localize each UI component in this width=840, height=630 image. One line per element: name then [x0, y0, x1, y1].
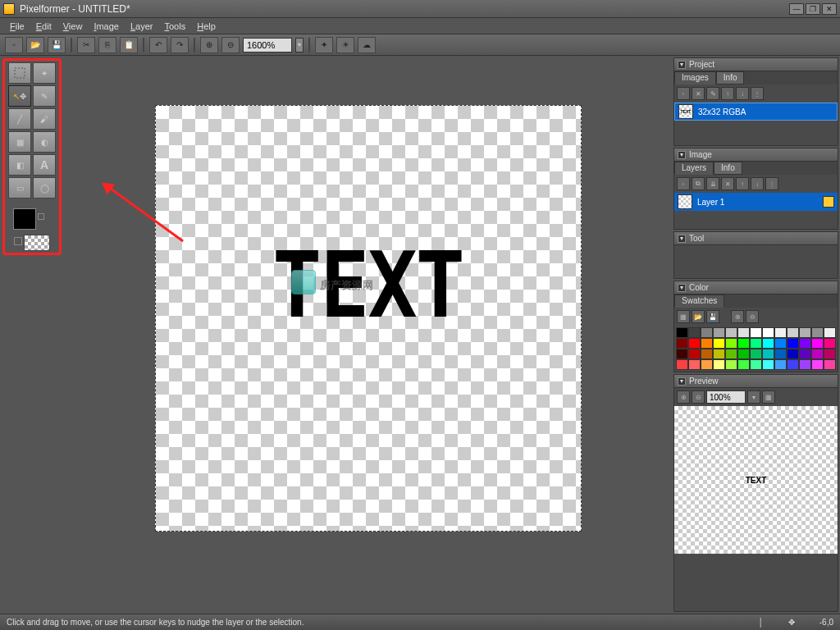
- color-swatch[interactable]: [762, 359, 774, 370]
- color-swatch[interactable]: [737, 338, 750, 349]
- eyedropper-tool[interactable]: ✎: [33, 85, 56, 107]
- layer-up-button[interactable]: ↑: [736, 177, 749, 190]
- color-swatch[interactable]: [811, 338, 824, 349]
- color-swatch[interactable]: [824, 359, 836, 370]
- effect-sparkle-button[interactable]: ✦: [315, 37, 333, 53]
- color-swatch[interactable]: [750, 327, 762, 338]
- color-swatch[interactable]: [676, 327, 688, 338]
- color-swatch[interactable]: [787, 359, 799, 370]
- brush-tool[interactable]: 🖌: [33, 108, 56, 130]
- menu-view[interactable]: View: [58, 20, 88, 33]
- color-swatch[interactable]: [750, 338, 762, 349]
- pencil-tool[interactable]: ╱: [8, 108, 31, 130]
- color-swatch[interactable]: [725, 338, 737, 349]
- project-dup-button[interactable]: ✎: [706, 87, 719, 100]
- swatch-add-button[interactable]: ⊕: [731, 310, 744, 323]
- color-swatch[interactable]: [688, 338, 701, 349]
- layer-dup-button[interactable]: ⧉: [692, 177, 705, 190]
- color-swatch[interactable]: [750, 349, 762, 359]
- zoom-out-button[interactable]: ⊖: [221, 37, 240, 53]
- preview-zoomin-button[interactable]: ⊕: [677, 390, 690, 404]
- color-swatch[interactable]: [811, 349, 824, 359]
- color-swatch[interactable]: [799, 338, 811, 349]
- color-swatch[interactable]: [762, 349, 774, 359]
- layer-delete-button[interactable]: ✕: [721, 177, 734, 190]
- layer-menu-button[interactable]: ⋮: [765, 177, 778, 190]
- save-button[interactable]: 💾: [48, 37, 66, 53]
- color-swatch[interactable]: [787, 327, 799, 338]
- minimize-button[interactable]: —: [789, 3, 804, 15]
- canvas[interactable]: TEXT 房产资源网: [155, 105, 582, 532]
- color-swatch[interactable]: [824, 327, 836, 338]
- tool-panel-toggle[interactable]: ▾: [678, 235, 686, 243]
- color-swatch[interactable]: [701, 349, 713, 359]
- color-swatch[interactable]: [824, 338, 836, 349]
- swatch-grid-button[interactable]: ▦: [677, 310, 690, 323]
- color-swatch[interactable]: [701, 338, 713, 349]
- color-swatch[interactable]: [713, 359, 725, 370]
- color-swatch[interactable]: [824, 349, 836, 359]
- redo-button[interactable]: ↷: [171, 37, 189, 53]
- select-rect-tool[interactable]: [8, 62, 31, 84]
- new-button[interactable]: ▫: [5, 37, 23, 53]
- foreground-color[interactable]: [13, 208, 36, 230]
- effect-sun-button[interactable]: ☀: [336, 37, 354, 53]
- color-swatch[interactable]: [676, 359, 688, 370]
- color-swatch[interactable]: [774, 327, 787, 338]
- color-swatch[interactable]: [750, 359, 762, 370]
- swatch-del-button[interactable]: ⊖: [746, 310, 759, 323]
- color-swatch[interactable]: [811, 359, 824, 370]
- color-swatch[interactable]: [799, 349, 811, 359]
- image-panel-toggle[interactable]: ▾: [678, 151, 686, 159]
- color-swatch[interactable]: [774, 359, 787, 370]
- color-swatch[interactable]: [787, 338, 799, 349]
- move-tool[interactable]: ↖✥: [8, 85, 31, 107]
- color-swatch[interactable]: [737, 359, 750, 370]
- color-swatch[interactable]: [737, 349, 750, 359]
- color-swatch[interactable]: [713, 338, 725, 349]
- close-button[interactable]: ✕: [822, 3, 837, 15]
- maximize-button[interactable]: ❐: [806, 3, 820, 15]
- color-swatch[interactable]: [774, 338, 787, 349]
- background-color[interactable]: [24, 235, 50, 251]
- project-tab-images[interactable]: Images: [674, 71, 716, 84]
- color-swatch[interactable]: [676, 349, 688, 359]
- project-up-button[interactable]: ↑: [721, 87, 734, 100]
- canvas-viewport[interactable]: TEXT 房产资源网: [64, 56, 672, 614]
- project-down-button[interactable]: ↓: [736, 87, 749, 100]
- magic-wand-tool[interactable]: ✦: [33, 62, 56, 84]
- menu-layer[interactable]: Layer: [126, 20, 158, 33]
- color-tab-swatches[interactable]: Swatches: [674, 294, 724, 308]
- fill-tool[interactable]: ▦: [8, 131, 31, 153]
- paste-button[interactable]: 📋: [120, 37, 138, 53]
- gradient-tool[interactable]: ◐: [33, 131, 56, 153]
- preview-panel-toggle[interactable]: ▾: [678, 377, 686, 386]
- color-swatch[interactable]: [701, 327, 713, 338]
- color-swatch[interactable]: [811, 327, 824, 338]
- menu-image[interactable]: Image: [89, 20, 124, 33]
- color-swatch[interactable]: [762, 338, 774, 349]
- color-swatch[interactable]: [713, 349, 725, 359]
- image-tab-info[interactable]: Info: [714, 162, 742, 175]
- zoom-dropdown[interactable]: ▼: [295, 38, 304, 52]
- color-swatch[interactable]: [762, 327, 774, 338]
- color-swatch[interactable]: [688, 349, 701, 359]
- layer-merge-button[interactable]: ⇊: [706, 177, 719, 190]
- preview-zoomout-button[interactable]: ⊖: [692, 390, 705, 404]
- project-delete-button[interactable]: ✕: [692, 87, 705, 100]
- project-image-item[interactable]: TEXT 32x32 RGBA: [674, 103, 838, 121]
- preview-zoom-dropdown[interactable]: ▾: [747, 390, 760, 404]
- project-add-button[interactable]: ▫: [677, 87, 690, 100]
- effect-cloud-button[interactable]: ☁: [358, 37, 376, 53]
- color-swatch[interactable]: [725, 359, 737, 370]
- layer-visibility-icon[interactable]: [823, 196, 834, 208]
- layer-item[interactable]: Layer 1: [674, 193, 838, 211]
- color-swatch[interactable]: [688, 327, 701, 338]
- menu-edit[interactable]: Edit: [31, 20, 57, 33]
- open-button[interactable]: 📂: [26, 37, 44, 53]
- project-tab-info[interactable]: Info: [716, 71, 745, 84]
- color-swatch[interactable]: [688, 359, 701, 370]
- preview-zoom-input[interactable]: 100%: [706, 390, 746, 404]
- zoom-in-button[interactable]: ⊕: [200, 37, 218, 53]
- zoom-level-input[interactable]: 1600%: [243, 38, 292, 52]
